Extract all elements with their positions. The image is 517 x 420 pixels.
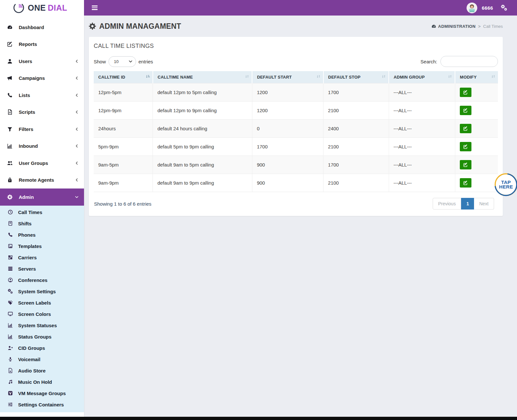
sort-both-icon: [491, 74, 496, 79]
sidebar-subitem-label: Carriers: [18, 255, 37, 260]
sidebar-subitem-system-statuses[interactable]: System Statuses: [0, 320, 84, 331]
sliders-icon: [8, 402, 15, 407]
sidebar-subitem-label: Shifts: [18, 221, 32, 226]
table-row: 9am-5pmdefault 9am to 5pm calling900 170…: [94, 156, 498, 174]
default-start-cell: 900: [252, 174, 323, 192]
hamburger-icon[interactable]: [90, 3, 99, 13]
admin-group-cell: ---ALL---: [389, 174, 455, 192]
modify-cell: [455, 102, 498, 120]
table-summary: Showing 1 to 6 of 6 entries: [94, 201, 152, 207]
bar-chart-icon: [8, 334, 15, 339]
sidebar-item-reports[interactable]: Reports: [0, 36, 84, 53]
sidebar-subitem-phones[interactable]: Phones: [0, 229, 84, 241]
sidebar-subitem-templates[interactable]: Templates: [0, 241, 84, 252]
next-page-button[interactable]: Next: [474, 198, 494, 210]
sidebar-item-dashboard[interactable]: Dashboard: [0, 19, 84, 36]
user-icon: [7, 59, 15, 64]
admin-group-cell: ---ALL---: [389, 138, 455, 156]
sidebar-subitem-settings-containers[interactable]: Settings Containers: [0, 399, 84, 410]
megaphone-icon: [7, 75, 15, 81]
sidebar-subitem-status-groups[interactable]: Status Groups: [0, 331, 84, 342]
sidebar-subitem-screen-colors[interactable]: Screen Colors: [0, 308, 84, 320]
chevron-left-icon: [75, 76, 79, 80]
modify-button[interactable]: [460, 178, 471, 188]
tap-here-badge[interactable]: TAP HERE: [494, 173, 517, 197]
clock-icon: [8, 210, 15, 215]
breadcrumb-current: Call Times: [483, 24, 503, 29]
sidebar-item-scripts[interactable]: Scripts: [0, 104, 84, 121]
column-header-calltime-id[interactable]: CALLTIME ID: [94, 71, 153, 83]
user-plus-icon: [8, 345, 15, 350]
sidebar-subitem-servers[interactable]: Servers: [0, 263, 84, 275]
music-note-icon: [8, 379, 15, 384]
chevron-left-icon: [75, 110, 79, 114]
modify-cell: [455, 138, 498, 156]
modify-button[interactable]: [460, 160, 471, 169]
server-stack-icon: [8, 266, 15, 271]
modify-button[interactable]: [460, 124, 471, 133]
sidebar-item-campaigns[interactable]: Campaigns: [0, 70, 84, 87]
sidebar-subitem-label: Screen Labels: [18, 300, 51, 306]
sidebar-item-remote-agents[interactable]: Remote Agents: [0, 172, 84, 189]
sidebar-subitem-call-times[interactable]: Call Times: [0, 207, 84, 218]
edit-pencil-square-icon: [463, 162, 468, 167]
brand-name: ONEDIAL: [28, 3, 67, 13]
table-row: 9am-9pmdefault 9am to 9pm calling900 210…: [94, 174, 498, 192]
sidebar-subitem-vm-message-groups[interactable]: VM Message Groups: [0, 388, 84, 399]
column-header-modify[interactable]: MODIFY: [455, 71, 498, 83]
column-header-default-start[interactable]: DEFAULT START: [252, 71, 323, 83]
agent-lock-icon: [7, 177, 15, 183]
topbar: 6666: [84, 0, 517, 16]
sidebar-item-user-groups[interactable]: User Groups: [0, 155, 84, 172]
calltime-id-cell: 9am-9pm: [94, 174, 153, 192]
user-avatar[interactable]: [467, 3, 477, 13]
sidebar-item-inbound[interactable]: Inbound: [0, 138, 84, 155]
column-header-default-stop[interactable]: DEFAULT STOP: [323, 71, 389, 83]
chevron-left-icon: [75, 144, 79, 148]
sidebar-subitem-shifts[interactable]: Shifts: [0, 218, 84, 229]
sidebar-subitem-label: Phones: [18, 232, 36, 238]
logo[interactable]: ONEDIAL: [0, 0, 84, 16]
gears-icon[interactable]: [501, 5, 507, 11]
sidebar-subitem-label: Call Times: [18, 210, 42, 215]
sidebar-item-users[interactable]: Users: [0, 53, 84, 70]
sidebar-subitem-cid-groups[interactable]: CID Groups: [0, 342, 84, 354]
sidebar-subitem-system-settings[interactable]: System Settings: [0, 286, 84, 297]
sidebar-subitem-label: System Statuses: [18, 323, 57, 328]
breadcrumb-administration[interactable]: ADMINISTRATION: [431, 24, 476, 29]
sidebar-subitem-voicemail[interactable]: Voicemail: [0, 354, 84, 365]
search-input[interactable]: [440, 56, 498, 67]
phone-icon: [7, 92, 15, 98]
table-row: 12pm-5pmdefault 12pm to 5pm calling1200 …: [94, 83, 498, 102]
sidebar-item-label: Campaigns: [19, 75, 45, 81]
main-content: ADMIN MANAGAMENT ADMINISTRATION > Call T…: [84, 16, 517, 417]
modify-cell: [455, 156, 498, 174]
sidebar-item-lists[interactable]: Lists: [0, 87, 84, 104]
previous-page-button[interactable]: Previous: [433, 198, 461, 210]
page-size-select[interactable]: 10: [109, 56, 136, 67]
sidebar-subitem-label: VM Message Groups: [18, 391, 66, 396]
user-id-label: 6666: [482, 5, 493, 11]
sidebar-subitem-label: Voicemail: [18, 357, 40, 362]
bar-chart-icon: [7, 143, 15, 149]
sidebar-subitem-music-on-hold[interactable]: Music On Hold: [0, 376, 84, 388]
sidebar-subitem-screen-labels[interactable]: Screen Labels: [0, 297, 84, 308]
default-stop-cell: 1700: [323, 83, 389, 102]
gear-icon: [89, 23, 96, 30]
badge-icon: [8, 221, 15, 226]
calltime-name-cell: default 12pm to 5pm calling: [153, 83, 252, 102]
sidebar-item-filters[interactable]: Filters: [0, 121, 84, 138]
bar-chart-icon: [8, 323, 15, 328]
sidebar-subitem-audio-store[interactable]: Audio Store: [0, 365, 84, 376]
page-1-button[interactable]: 1: [461, 198, 474, 210]
modify-button[interactable]: [460, 106, 471, 115]
modify-button[interactable]: [460, 88, 471, 97]
v-square-icon: [8, 391, 15, 396]
sidebar-item-admin[interactable]: Admin: [0, 188, 84, 206]
column-header-calltime-name[interactable]: CALLTIME NAME: [153, 71, 252, 83]
sidebar-subitem-conferences[interactable]: Conferences: [0, 275, 84, 286]
modify-button[interactable]: [460, 142, 471, 151]
column-header-admin-group[interactable]: ADMIN GROUP: [389, 71, 455, 83]
sidebar-subitem-carriers[interactable]: Carriers: [0, 252, 84, 263]
sidebar-subitem-label: Servers: [18, 266, 36, 272]
